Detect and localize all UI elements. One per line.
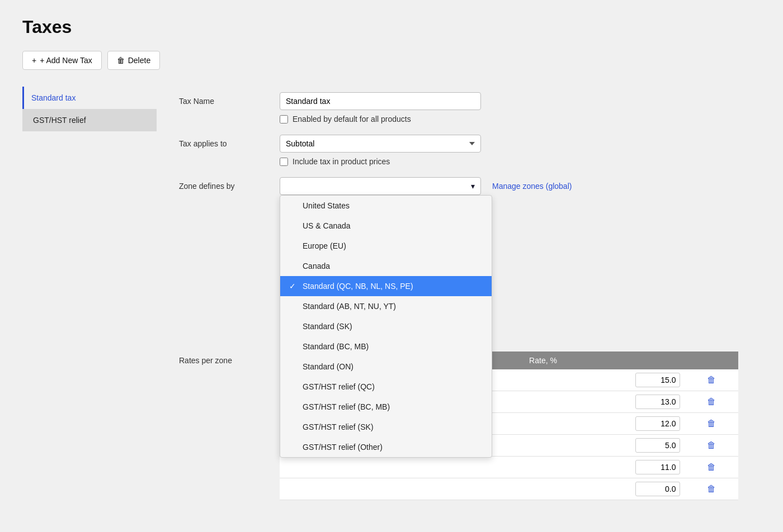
trash-icon: 🗑 [117, 56, 125, 65]
delete-rate-button-2[interactable]: 🗑 [707, 419, 716, 428]
dropdown-item-standard-on-label: Standard (ON) [303, 362, 353, 371]
dropdown-item-united-states[interactable]: United States [280, 196, 492, 216]
rate-input-2[interactable] [635, 416, 680, 431]
dropdown-item-gst-bc-mb[interactable]: GST/HST relief (BC, MB) [280, 397, 492, 417]
dropdown-item-gst-qc-label: GST/HST relief (QC) [303, 382, 375, 391]
rate-action-cell-2: 🗑 [685, 413, 738, 435]
rate-value-cell-4 [522, 457, 684, 478]
dropdown-item-gst-other[interactable]: GST/HST relief (Other) [280, 437, 492, 457]
tax-name-controls: Enabled by default for all products [280, 92, 738, 124]
delete-rate-button-1[interactable]: 🗑 [707, 397, 716, 406]
dropdown-item-us-canada[interactable]: US & Canada [280, 216, 492, 236]
dropdown-item-standard-bc[interactable]: Standard (BC, MB) [280, 336, 492, 357]
sidebar-item-standard-tax[interactable]: Standard tax [22, 87, 157, 109]
rate-zone-cell-4 [280, 457, 522, 478]
dropdown-item-standard-ab-label: Standard (AB, NT, NU, YT) [303, 302, 396, 311]
tax-name-label: Tax Name [179, 92, 280, 106]
include-tax-label: Include tax in product prices [293, 157, 390, 166]
rates-per-zone-label: Rates per zone [179, 352, 280, 365]
manage-zones-link[interactable]: Manage zones (global) [492, 177, 572, 191]
plus-icon: + [32, 56, 36, 65]
sidebar-item-standard-tax-label: Standard tax [31, 93, 76, 102]
dropdown-item-canada-label: Canada [303, 262, 330, 270]
include-tax-row: Include tax in product prices [280, 157, 738, 166]
rate-value-cell-1 [522, 391, 684, 413]
chevron-down-icon: ▾ [471, 182, 475, 191]
tax-name-input[interactable] [280, 92, 481, 110]
zone-defines-trigger[interactable]: ▾ [280, 177, 481, 195]
content-area: Standard tax GST/HST relief Tax Name Ena… [22, 87, 761, 517]
dropdown-item-standard-bc-label: Standard (BC, MB) [303, 342, 369, 351]
zone-defines-controls: ▾ United States US & Canada [280, 177, 738, 195]
dropdown-item-united-states-label: United States [303, 201, 350, 210]
enabled-by-default-label: Enabled by default for all products [293, 115, 411, 124]
action-col-header [685, 352, 738, 369]
rate-action-cell-3: 🗑 [685, 435, 738, 457]
tax-applies-to-controls: Subtotal Include tax in product prices [280, 135, 738, 166]
rate-zone-cell-5 [280, 478, 522, 500]
rate-action-cell-0: 🗑 [685, 369, 738, 391]
sidebar-item-gst-hst-relief[interactable]: GST/HST relief [22, 109, 157, 131]
enabled-by-default-checkbox[interactable] [280, 115, 288, 124]
table-row: 🗑 [280, 457, 738, 478]
dropdown-item-standard-sk[interactable]: Standard (SK) [280, 316, 492, 336]
table-row: 🗑 [280, 478, 738, 500]
rate-value-cell-3 [522, 435, 684, 457]
delete-rate-button-5[interactable]: 🗑 [707, 484, 716, 493]
tax-name-row: Tax Name Enabled by default for all prod… [179, 92, 738, 124]
rate-value-cell-2 [522, 413, 684, 435]
toolbar: + + Add New Tax 🗑 Delete [22, 51, 761, 70]
main-form: Tax Name Enabled by default for all prod… [157, 87, 761, 517]
tax-applies-to-select[interactable]: Subtotal [280, 135, 481, 153]
rate-value-cell-5 [522, 478, 684, 500]
delete-rate-button-0[interactable]: 🗑 [707, 375, 716, 384]
checkmark-standard-qc: ✓ [289, 282, 298, 291]
delete-rate-button-3[interactable]: 🗑 [707, 440, 716, 450]
dropdown-item-europe-eu[interactable]: Europe (EU) [280, 236, 492, 256]
delete-button[interactable]: 🗑 Delete [107, 51, 160, 70]
rate-input-4[interactable] [635, 460, 680, 474]
dropdown-item-gst-other-label: GST/HST relief (Other) [303, 443, 383, 452]
dropdown-item-us-canada-label: US & Canada [303, 221, 351, 230]
rate-input-1[interactable] [635, 395, 680, 409]
add-new-tax-label: + Add New Tax [40, 56, 92, 65]
rate-value-cell-0 [522, 369, 684, 391]
delete-label: Delete [128, 56, 150, 65]
zone-defines-dropdown-menu: United States US & Canada Europe (EU) [280, 195, 492, 458]
dropdown-item-standard-qc[interactable]: ✓ Standard (QC, NB, NL, NS, PE) [280, 276, 492, 296]
rate-col-header: Rate, % [522, 352, 684, 369]
delete-rate-button-4[interactable]: 🗑 [707, 462, 716, 472]
sidebar: Standard tax GST/HST relief [22, 87, 157, 517]
dropdown-item-standard-ab[interactable]: Standard (AB, NT, NU, YT) [280, 296, 492, 316]
enabled-by-default-row: Enabled by default for all products [280, 115, 738, 124]
rate-action-cell-1: 🗑 [685, 391, 738, 413]
dropdown-item-standard-sk-label: Standard (SK) [303, 322, 352, 331]
rate-input-3[interactable] [635, 438, 680, 453]
tax-applies-to-row: Tax applies to Subtotal Include tax in p… [179, 135, 738, 166]
tax-applies-to-label: Tax applies to [179, 135, 280, 148]
dropdown-item-canada[interactable]: Canada [280, 256, 492, 276]
rate-input-5[interactable] [635, 482, 680, 496]
rate-input-0[interactable] [635, 373, 680, 387]
dropdown-item-gst-sk[interactable]: GST/HST relief (SK) [280, 417, 492, 437]
dropdown-item-gst-sk-label: GST/HST relief (SK) [303, 422, 374, 431]
page-container: Taxes + + Add New Tax 🗑 Delete Standard … [0, 0, 783, 532]
include-tax-checkbox[interactable] [280, 158, 288, 166]
add-new-tax-button[interactable]: + + Add New Tax [22, 51, 102, 70]
page-title: Taxes [22, 17, 761, 37]
zone-defines-by-label: Zone defines by [179, 177, 280, 191]
dropdown-item-europe-eu-label: Europe (EU) [303, 241, 346, 250]
rate-action-cell-5: 🗑 [685, 478, 738, 500]
dropdown-item-gst-qc[interactable]: GST/HST relief (QC) [280, 377, 492, 397]
zone-defines-dropdown-container: ▾ United States US & Canada [280, 177, 481, 195]
rate-action-cell-4: 🗑 [685, 457, 738, 478]
sidebar-item-gst-hst-relief-label: GST/HST relief [33, 116, 86, 125]
dropdown-item-gst-bc-mb-label: GST/HST relief (BC, MB) [303, 402, 390, 411]
zone-defines-row: Zone defines by ▾ Un [179, 177, 738, 195]
dropdown-item-standard-qc-label: Standard (QC, NB, NL, NS, PE) [303, 282, 413, 291]
dropdown-item-standard-on[interactable]: Standard (ON) [280, 357, 492, 377]
